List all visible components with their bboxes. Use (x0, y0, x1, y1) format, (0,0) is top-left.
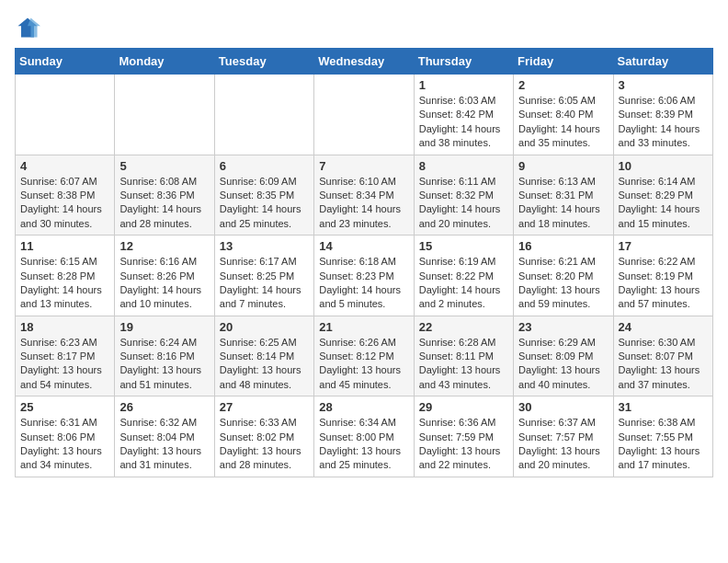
logo-icon (15, 15, 40, 40)
weekday-header-thursday: Thursday (414, 49, 513, 75)
calendar-cell: 23Sunrise: 6:29 AM Sunset: 8:09 PM Dayli… (514, 316, 613, 396)
day-number: 19 (119, 320, 209, 334)
calendar-cell: 30Sunrise: 6:37 AM Sunset: 7:57 PM Dayli… (514, 396, 613, 477)
calendar-cell: 19Sunrise: 6:24 AM Sunset: 8:16 PM Dayli… (115, 316, 214, 396)
day-number: 26 (119, 400, 209, 414)
calendar-cell: 22Sunrise: 6:28 AM Sunset: 8:11 PM Dayli… (414, 316, 513, 396)
calendar-cell: 5Sunrise: 6:08 AM Sunset: 8:36 PM Daylig… (115, 155, 214, 236)
calendar-cell: 31Sunrise: 6:38 AM Sunset: 7:55 PM Dayli… (613, 396, 712, 477)
day-info: Sunrise: 6:26 AM Sunset: 8:12 PM Dayligh… (319, 336, 408, 393)
calendar-cell: 13Sunrise: 6:17 AM Sunset: 8:25 PM Dayli… (214, 236, 313, 316)
day-info: Sunrise: 6:29 AM Sunset: 8:09 PM Dayligh… (518, 336, 608, 393)
day-number: 15 (419, 239, 508, 253)
calendar-body: 1Sunrise: 6:03 AM Sunset: 8:42 PM Daylig… (16, 75, 713, 477)
week-row-1: 1Sunrise: 6:03 AM Sunset: 8:42 PM Daylig… (16, 75, 713, 155)
calendar-cell: 20Sunrise: 6:25 AM Sunset: 8:14 PM Dayli… (214, 316, 313, 396)
weekday-header-row: SundayMondayTuesdayWednesdayThursdayFrid… (16, 49, 713, 75)
day-info: Sunrise: 6:23 AM Sunset: 8:17 PM Dayligh… (20, 336, 109, 393)
calendar-cell (16, 75, 115, 155)
week-row-3: 11Sunrise: 6:15 AM Sunset: 8:28 PM Dayli… (16, 236, 713, 316)
calendar-cell: 6Sunrise: 6:09 AM Sunset: 8:35 PM Daylig… (214, 155, 313, 236)
day-info: Sunrise: 6:06 AM Sunset: 8:39 PM Dayligh… (619, 94, 708, 151)
calendar-cell: 16Sunrise: 6:21 AM Sunset: 8:20 PM Dayli… (514, 236, 613, 316)
day-number: 1 (419, 78, 508, 92)
day-info: Sunrise: 6:14 AM Sunset: 8:29 PM Dayligh… (619, 175, 708, 232)
day-number: 30 (518, 400, 608, 414)
calendar-cell: 3Sunrise: 6:06 AM Sunset: 8:39 PM Daylig… (613, 75, 712, 155)
day-number: 31 (619, 400, 708, 414)
weekday-header-wednesday: Wednesday (314, 49, 414, 75)
day-info: Sunrise: 6:17 AM Sunset: 8:25 PM Dayligh… (220, 255, 309, 312)
page-header (15, 15, 713, 40)
day-info: Sunrise: 6:16 AM Sunset: 8:26 PM Dayligh… (119, 255, 209, 312)
day-number: 20 (220, 320, 309, 334)
logo (15, 15, 40, 40)
calendar-cell: 8Sunrise: 6:11 AM Sunset: 8:32 PM Daylig… (414, 155, 513, 236)
day-number: 5 (119, 159, 209, 173)
day-number: 24 (619, 320, 708, 334)
day-number: 6 (220, 159, 309, 173)
calendar-table: SundayMondayTuesdayWednesdayThursdayFrid… (15, 48, 713, 477)
calendar-cell (115, 75, 214, 155)
weekday-header-sunday: Sunday (16, 49, 115, 75)
weekday-header-monday: Monday (115, 49, 214, 75)
day-number: 10 (619, 159, 708, 173)
calendar-cell: 17Sunrise: 6:22 AM Sunset: 8:19 PM Dayli… (613, 236, 712, 316)
day-number: 17 (619, 239, 708, 253)
calendar-cell: 12Sunrise: 6:16 AM Sunset: 8:26 PM Dayli… (115, 236, 214, 316)
calendar-cell: 27Sunrise: 6:33 AM Sunset: 8:02 PM Dayli… (214, 396, 313, 477)
day-info: Sunrise: 6:13 AM Sunset: 8:31 PM Dayligh… (518, 175, 608, 232)
calendar-cell: 11Sunrise: 6:15 AM Sunset: 8:28 PM Dayli… (16, 236, 115, 316)
day-info: Sunrise: 6:34 AM Sunset: 8:00 PM Dayligh… (319, 416, 408, 473)
calendar-cell: 28Sunrise: 6:34 AM Sunset: 8:00 PM Dayli… (314, 396, 414, 477)
day-number: 21 (319, 320, 408, 334)
day-number: 29 (419, 400, 508, 414)
week-row-2: 4Sunrise: 6:07 AM Sunset: 8:38 PM Daylig… (16, 155, 713, 236)
day-number: 3 (619, 78, 708, 92)
day-info: Sunrise: 6:03 AM Sunset: 8:42 PM Dayligh… (419, 94, 508, 151)
day-info: Sunrise: 6:08 AM Sunset: 8:36 PM Dayligh… (119, 175, 209, 232)
week-row-4: 18Sunrise: 6:23 AM Sunset: 8:17 PM Dayli… (16, 316, 713, 396)
day-info: Sunrise: 6:25 AM Sunset: 8:14 PM Dayligh… (220, 336, 309, 393)
calendar-cell: 7Sunrise: 6:10 AM Sunset: 8:34 PM Daylig… (314, 155, 414, 236)
day-info: Sunrise: 6:19 AM Sunset: 8:22 PM Dayligh… (419, 255, 508, 312)
day-number: 13 (220, 239, 309, 253)
calendar-cell: 26Sunrise: 6:32 AM Sunset: 8:04 PM Dayli… (115, 396, 214, 477)
day-info: Sunrise: 6:38 AM Sunset: 7:55 PM Dayligh… (619, 416, 708, 473)
calendar-cell: 4Sunrise: 6:07 AM Sunset: 8:38 PM Daylig… (16, 155, 115, 236)
day-info: Sunrise: 6:15 AM Sunset: 8:28 PM Dayligh… (20, 255, 109, 312)
day-info: Sunrise: 6:05 AM Sunset: 8:40 PM Dayligh… (518, 94, 608, 151)
calendar-cell: 24Sunrise: 6:30 AM Sunset: 8:07 PM Dayli… (613, 316, 712, 396)
day-info: Sunrise: 6:28 AM Sunset: 8:11 PM Dayligh… (419, 336, 508, 393)
day-number: 16 (518, 239, 608, 253)
day-info: Sunrise: 6:37 AM Sunset: 7:57 PM Dayligh… (518, 416, 608, 473)
day-number: 22 (419, 320, 508, 334)
day-number: 14 (319, 239, 408, 253)
day-number: 28 (319, 400, 408, 414)
calendar-cell: 15Sunrise: 6:19 AM Sunset: 8:22 PM Dayli… (414, 236, 513, 316)
day-info: Sunrise: 6:30 AM Sunset: 8:07 PM Dayligh… (619, 336, 708, 393)
week-row-5: 25Sunrise: 6:31 AM Sunset: 8:06 PM Dayli… (16, 396, 713, 477)
calendar-cell (314, 75, 414, 155)
day-number: 23 (518, 320, 608, 334)
day-info: Sunrise: 6:22 AM Sunset: 8:19 PM Dayligh… (619, 255, 708, 312)
day-info: Sunrise: 6:11 AM Sunset: 8:32 PM Dayligh… (419, 175, 508, 232)
day-number: 7 (319, 159, 408, 173)
calendar-cell: 25Sunrise: 6:31 AM Sunset: 8:06 PM Dayli… (16, 396, 115, 477)
weekday-header-friday: Friday (514, 49, 613, 75)
day-info: Sunrise: 6:24 AM Sunset: 8:16 PM Dayligh… (119, 336, 209, 393)
day-number: 25 (20, 400, 109, 414)
calendar-cell: 10Sunrise: 6:14 AM Sunset: 8:29 PM Dayli… (613, 155, 712, 236)
weekday-header-tuesday: Tuesday (214, 49, 313, 75)
calendar-cell: 2Sunrise: 6:05 AM Sunset: 8:40 PM Daylig… (514, 75, 613, 155)
day-number: 27 (220, 400, 309, 414)
calendar-cell: 14Sunrise: 6:18 AM Sunset: 8:23 PM Dayli… (314, 236, 414, 316)
calendar-cell: 1Sunrise: 6:03 AM Sunset: 8:42 PM Daylig… (414, 75, 513, 155)
day-number: 8 (419, 159, 508, 173)
day-number: 9 (518, 159, 608, 173)
calendar-cell: 9Sunrise: 6:13 AM Sunset: 8:31 PM Daylig… (514, 155, 613, 236)
day-number: 2 (518, 78, 608, 92)
day-info: Sunrise: 6:10 AM Sunset: 8:34 PM Dayligh… (319, 175, 408, 232)
calendar-cell (214, 75, 313, 155)
day-number: 18 (20, 320, 109, 334)
